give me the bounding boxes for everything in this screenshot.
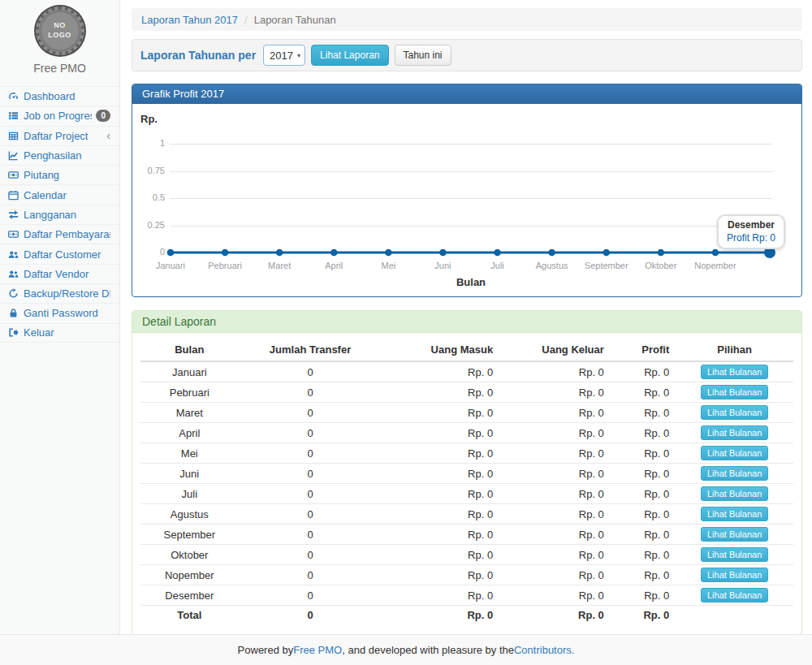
table-row: Juni0Rp. 0Rp. 0Rp. 0Lihat Bulanan [140,464,793,484]
sidebar-item-label: Daftar Pembayaran [24,228,110,240]
profit-chart: Rp.10.750.50.250JanuariPebruariMaretApri… [139,110,795,291]
lihat-bulanan-button[interactable]: Lihat Bulanan [701,527,768,542]
col-header-pilihan: Pilihan [676,341,793,361]
table-row: Juli0Rp. 0Rp. 0Rp. 0Lihat Bulanan [140,484,793,504]
cell-pilihan: Lihat Bulanan [676,525,793,545]
cell-uang_keluar: Rp. 0 [499,484,611,504]
sidebar-item-keluar[interactable]: Keluar [0,323,119,343]
lihat-bulanan-button[interactable]: Lihat Bulanan [701,385,768,399]
total-cell-uang_masuk: Rp. 0 [382,606,499,625]
lihat-bulanan-button[interactable]: Lihat Bulanan [701,446,768,460]
sidebar-item-backup-restore-db[interactable]: Backup/Restore DB [0,283,119,303]
lihat-bulanan-button[interactable]: Lihat Bulanan [701,365,768,379]
cell-bulan: Maret [140,403,239,423]
sidebar-item-daftar-customer[interactable]: Daftar Customer [0,244,119,263]
total-cell-pilihan [676,606,793,625]
cell-pilihan: Lihat Bulanan [676,443,793,464]
sidebar-item-calendar[interactable]: Calendar [0,184,119,204]
cell-uang_keluar: Rp. 0 [499,525,611,545]
chart-panel-title: Grafik Profit 2017 [132,84,801,104]
cell-profit: Rp. 0 [611,525,676,545]
cell-uang_masuk: Rp. 0 [382,545,499,565]
col-header-jumlah-transfer: Jumlah Transfer [239,341,382,361]
cell-pilihan: Lihat Bulanan [676,464,793,484]
cell-jumlah_transfer: 0 [239,443,382,464]
tahun-ini-button[interactable]: Tahun ini [395,45,451,66]
cell-uang_keluar: Rp. 0 [499,423,611,443]
sidebar-menu: DashboardJob on Progress0Daftar Project‹… [0,86,119,343]
cell-bulan: Desember [140,585,239,606]
sidebar-item-langganan[interactable]: Langganan [0,205,119,224]
breadcrumb-current: Laporan Tahunan [254,14,336,26]
users-icon [6,269,19,279]
cell-jumlah_transfer: 0 [239,585,382,606]
sidebar-item-penghasilan[interactable]: Penghasilan [0,145,119,165]
lihat-bulanan-button[interactable]: Lihat Bulanan [701,425,768,440]
lihat-bulanan-button[interactable]: Lihat Bulanan [701,466,768,481]
lihat-laporan-button[interactable]: Lihat Laporan [311,45,388,66]
breadcrumb-separator-icon: / [244,14,248,26]
sidebar-item-label: Calendar [24,189,110,201]
sidebar-item-ganti-password[interactable]: Ganti Password [0,303,119,322]
lihat-bulanan-button[interactable]: Lihat Bulanan [701,486,768,501]
lihat-bulanan-button[interactable]: Lihat Bulanan [701,588,768,602]
cell-jumlah_transfer: 0 [239,464,382,484]
cell-uang_keluar: Rp. 0 [499,403,611,423]
chart-tooltip: DesemberProfit Rp: 0 [717,214,785,249]
tooltip-label: Desember [727,219,775,231]
cell-pilihan: Lihat Bulanan [676,382,793,403]
sidebar-item-job-on-progress[interactable]: Job on Progress0 [0,106,119,125]
detail-panel-title: Detail Laporan [132,311,801,333]
cell-uang_masuk: Rp. 0 [382,504,499,525]
free-pmo-link[interactable]: Free PMO [293,644,342,656]
cell-pilihan: Lihat Bulanan [676,361,793,382]
users-icon [6,249,19,260]
sidebar-item-dashboard[interactable]: Dashboard [0,86,119,106]
sidebar-item-daftar-project[interactable]: Daftar Project‹ [0,126,119,145]
breadcrumb-link[interactable]: Laporan Tahun 2017 [141,14,238,26]
logo-text: NO LOGO [48,21,71,40]
main-content: Laporan Tahun 2017 / Laporan Tahunan Lap… [120,0,812,634]
table-row: Januari0Rp. 0Rp. 0Rp. 0Lihat Bulanan [140,361,793,382]
cell-uang_masuk: Rp. 0 [382,565,499,585]
table-row: April0Rp. 0Rp. 0Rp. 0Lihat Bulanan [140,423,793,443]
table-row: Mei0Rp. 0Rp. 0Rp. 0Lihat Bulanan [140,443,793,464]
filter-label: Laporan Tahunan per [140,49,256,62]
caret-down-icon: ▾ [297,52,300,59]
cell-uang_masuk: Rp. 0 [382,361,499,382]
list-icon [6,110,19,121]
table-row: Desember0Rp. 0Rp. 0Rp. 0Lihat Bulanan [140,585,793,606]
cell-uang_masuk: Rp. 0 [382,525,499,545]
year-select[interactable]: 2017 ▾ [263,45,305,66]
cell-jumlah_transfer: 0 [239,504,382,525]
sidebar-item-daftar-vendor[interactable]: Daftar Vendor [0,264,119,283]
total-cell-bulan: Total [140,606,239,625]
cell-profit: Rp. 0 [611,382,676,403]
cell-pilihan: Lihat Bulanan [676,484,793,504]
cell-bulan: Juli [140,484,239,504]
x-tick-label: Januari [141,261,200,270]
lihat-bulanan-button[interactable]: Lihat Bulanan [701,547,768,562]
col-header-bulan: Bulan [140,341,239,361]
x-tick-label: Maret [250,261,309,270]
cell-jumlah_transfer: 0 [239,403,382,423]
lihat-bulanan-button[interactable]: Lihat Bulanan [701,507,768,521]
table-row: Oktober0Rp. 0Rp. 0Rp. 0Lihat Bulanan [140,545,793,565]
x-tick-label: April [304,261,363,270]
contributors-link[interactable]: Contributors. [514,644,574,656]
table-row: Maret0Rp. 0Rp. 0Rp. 0Lihat Bulanan [140,403,793,423]
sidebar: NO LOGO Free PMO DashboardJob on Progres… [0,0,120,634]
cell-profit: Rp. 0 [611,545,676,565]
sidebar-item-label: Ganti Password [24,307,110,319]
cell-bulan: September [140,525,239,545]
cell-bulan: Januari [140,361,239,382]
tachometer-icon [6,91,19,101]
lihat-bulanan-button[interactable]: Lihat Bulanan [701,568,768,582]
table-header-row: BulanJumlah TransferUang MasukUang Kelua… [140,341,793,361]
sidebar-item-daftar-pembayaran[interactable]: Daftar Pembayaran [0,224,119,244]
table-row: Nopember0Rp. 0Rp. 0Rp. 0Lihat Bulanan [140,565,793,585]
lihat-bulanan-button[interactable]: Lihat Bulanan [701,405,768,420]
cell-jumlah_transfer: 0 [239,423,382,443]
sidebar-item-piutang[interactable]: Piutang [0,165,119,184]
cell-profit: Rp. 0 [611,361,676,382]
